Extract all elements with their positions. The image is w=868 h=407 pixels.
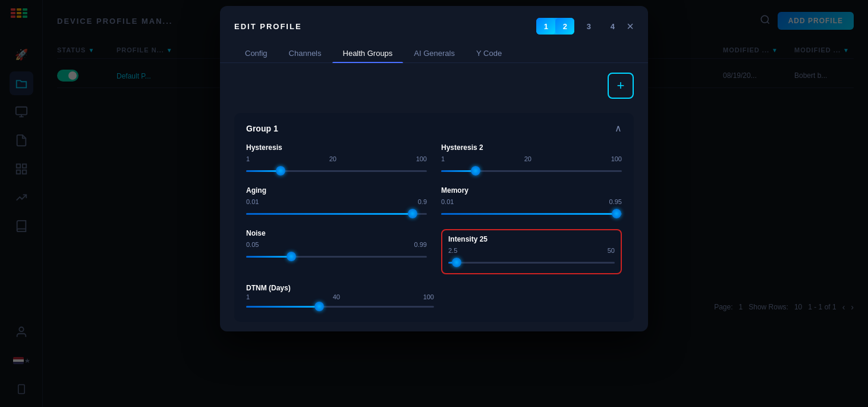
- memory-range: 0.01 0.95: [441, 198, 622, 205]
- sliders-grid: Hysteresis 1 20 100: [246, 143, 622, 274]
- dtnm-label: DTNM (Days): [246, 284, 622, 292]
- dtnm-slider[interactable]: [246, 300, 434, 312]
- add-group-button[interactable]: +: [608, 73, 634, 99]
- dtnm-range: 1 40 100: [246, 293, 434, 300]
- group-1-title: Group 1: [246, 124, 278, 133]
- modal-title: EDIT PROFILE: [234, 22, 302, 31]
- intensity-slider[interactable]: [448, 256, 615, 268]
- hysteresis-label: Hysteresis: [246, 143, 427, 152]
- tab-y-code[interactable]: Y Code: [466, 44, 512, 62]
- hysteresis2-label: Hysteresis 2: [441, 143, 622, 152]
- modal-tabs: Config Channels Health Groups AI General…: [220, 35, 648, 63]
- intensity-slider-group: Intensity 25 2.5 50: [441, 229, 622, 274]
- aging-slider[interactable]: [246, 208, 427, 220]
- modal-body: + Group 1 ∧ Hysteresis 1 20 100: [220, 63, 648, 331]
- group-1-container: Group 1 ∧ Hysteresis 1 20 100: [234, 113, 634, 322]
- modal-overlay: EDIT PROFILE 1 2 3 4 × Config Channels H…: [0, 0, 868, 407]
- noise-slider-group: Noise 0.05 0.99: [246, 229, 427, 274]
- step-group-active: 1 2: [536, 18, 574, 35]
- edit-profile-modal: EDIT PROFILE 1 2 3 4 × Config Channels H…: [220, 6, 648, 331]
- aging-slider-group: Aging 0.01 0.9: [246, 186, 427, 220]
- step-3[interactable]: 3: [579, 18, 598, 35]
- tab-channels[interactable]: Channels: [278, 44, 332, 62]
- group-1-header: Group 1 ∧: [246, 123, 622, 134]
- hysteresis2-range: 1 20 100: [441, 155, 622, 162]
- dtnm-slider-group: DTNM (Days) 1 40 100: [246, 284, 622, 312]
- group-1-collapse-button[interactable]: ∧: [615, 123, 622, 134]
- modal-close-button[interactable]: ×: [627, 20, 634, 32]
- tab-health-groups[interactable]: Health Groups: [332, 44, 404, 62]
- memory-slider[interactable]: [441, 208, 622, 220]
- intensity-label: Intensity 25: [448, 235, 615, 243]
- step-2[interactable]: 2: [555, 18, 574, 35]
- hysteresis-slider-group: Hysteresis 1 20 100: [246, 143, 427, 177]
- hysteresis2-slider[interactable]: [441, 165, 622, 177]
- tab-ai-generals[interactable]: AI Generals: [403, 44, 466, 62]
- step-1[interactable]: 1: [536, 18, 555, 35]
- hysteresis-range: 1 20 100: [246, 155, 427, 162]
- tab-config[interactable]: Config: [234, 44, 278, 62]
- hysteresis-slider[interactable]: [246, 165, 427, 177]
- intensity-range: 2.5 50: [448, 247, 615, 254]
- aging-range: 0.01 0.9: [246, 198, 427, 205]
- modal-header: EDIT PROFILE 1 2 3 4 ×: [220, 6, 648, 35]
- aging-label: Aging: [246, 186, 427, 195]
- noise-label: Noise: [246, 229, 427, 237]
- memory-label: Memory: [441, 186, 622, 195]
- memory-slider-group: Memory 0.01 0.95: [441, 186, 622, 220]
- hysteresis2-slider-group: Hysteresis 2 1 20 100: [441, 143, 622, 177]
- noise-range: 0.05 0.99: [246, 241, 427, 248]
- step-4[interactable]: 4: [603, 18, 622, 35]
- noise-slider[interactable]: [246, 251, 427, 262]
